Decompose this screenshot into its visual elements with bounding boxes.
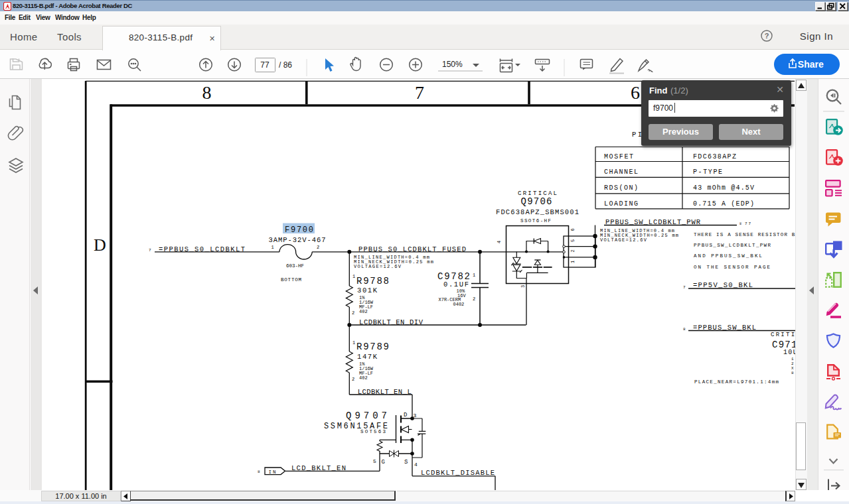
- svg-text:LCDBKLT_EN_DIV: LCDBKLT_EN_DIV: [359, 318, 424, 326]
- svg-text:4: 4: [414, 462, 418, 468]
- svg-text:6: 6: [631, 82, 640, 103]
- svg-text:LCDBKLT_DISABLE: LCDBKLT_DISABLE: [421, 469, 495, 477]
- svg-text:2: 2: [352, 310, 354, 316]
- svg-text:AND PPBUS_SW_BKL: AND PPBUS_SW_BKL: [694, 253, 762, 259]
- svg-text:1: 1: [570, 261, 576, 263]
- svg-text:8: 8: [739, 222, 741, 226]
- svg-text:2: 2: [317, 245, 319, 250]
- svg-text:PI: PI: [632, 131, 642, 139]
- svg-text:3: 3: [414, 412, 417, 418]
- svg-text:0.715 A (EDP): 0.715 A (EDP): [693, 200, 754, 208]
- svg-text:Q9706: Q9706: [521, 196, 552, 207]
- svg-text:3AMP-32V-467: 3AMP-32V-467: [269, 236, 326, 244]
- svg-text:CRITICAL: CRITICAL: [771, 332, 810, 338]
- svg-text:LOADING: LOADING: [604, 200, 638, 208]
- svg-text:1: 1: [791, 357, 794, 361]
- svg-text:402: 402: [359, 375, 368, 381]
- svg-text:THERE IS A SENSE RESISTOR BE: THERE IS A SENSE RESISTOR BE: [694, 232, 799, 237]
- svg-text:6: 6: [570, 228, 576, 231]
- svg-text:R9789: R9789: [356, 342, 389, 352]
- svg-text:7: 7: [415, 82, 424, 103]
- svg-text:1: 1: [352, 274, 355, 279]
- svg-text:SSOT6-HF: SSOT6-HF: [520, 218, 551, 223]
- svg-text:2: 2: [570, 249, 576, 252]
- svg-text:2: 2: [473, 296, 475, 302]
- svg-text:G: G: [382, 459, 385, 466]
- svg-text:PPBUS_SW_LCDBKLT_PWR: PPBUS_SW_LCDBKLT_PWR: [694, 243, 771, 248]
- svg-text:?: ?: [765, 32, 769, 40]
- svg-text:D: D: [94, 235, 106, 255]
- svg-text:8: 8: [258, 470, 260, 474]
- svg-text:0402: 0402: [453, 302, 465, 307]
- svg-text:8: 8: [683, 327, 686, 332]
- svg-text:77: 77: [260, 60, 270, 70]
- svg-text:147K: 147K: [357, 353, 378, 361]
- svg-text:=PPBUS_S0_LCDBKLT: =PPBUS_S0_LCDBKLT: [159, 245, 245, 253]
- svg-text:SOT563: SOT563: [360, 429, 386, 434]
- svg-text:LCDBKLT_EN_L: LCDBKLT_EN_L: [358, 388, 412, 396]
- svg-text:BOTTOM: BOTTOM: [281, 277, 301, 283]
- svg-text:43 mOhm @4.5V: 43 mOhm @4.5V: [693, 184, 754, 192]
- svg-text:1: 1: [473, 273, 475, 278]
- svg-text:PLACE_NEAR=L9701.1:4mm: PLACE_NEAR=L9701.1:4mm: [694, 379, 779, 385]
- svg-text:8: 8: [791, 371, 794, 375]
- svg-text:P-TYPE: P-TYPE: [693, 168, 722, 176]
- svg-text:PPBUS_S0_LCDBKLT_FUSED: PPBUS_S0_LCDBKLT_FUSED: [358, 245, 466, 253]
- svg-text:603-HF: 603-HF: [286, 263, 304, 269]
- svg-text:D: D: [404, 412, 407, 418]
- svg-text:IN: IN: [269, 470, 276, 475]
- svg-text:402: 402: [359, 309, 368, 314]
- svg-text:MOSFET: MOSFET: [604, 153, 633, 160]
- svg-text:7: 7: [683, 285, 686, 290]
- svg-text:F9700: F9700: [285, 225, 313, 235]
- svg-text:150%: 150%: [442, 60, 463, 69]
- svg-text:2: 2: [352, 377, 354, 382]
- svg-text:77: 77: [745, 221, 751, 226]
- svg-text:ON THE SENSOR PAGE: ON THE SENSOR PAGE: [694, 265, 770, 270]
- svg-text:7: 7: [149, 248, 151, 253]
- svg-text:VOLTAGE=12.6V: VOLTAGE=12.6V: [354, 264, 402, 269]
- svg-text:=PPBUS_SW_BKL: =PPBUS_SW_BKL: [693, 324, 756, 332]
- svg-text:VOLTAGE=12.6V: VOLTAGE=12.6V: [600, 237, 647, 243]
- svg-text:8: 8: [202, 82, 212, 103]
- svg-text:0.1UF: 0.1UF: [443, 281, 469, 288]
- svg-text:S: S: [404, 459, 408, 466]
- svg-text:5: 5: [373, 458, 376, 464]
- svg-text:R9788: R9788: [356, 276, 389, 286]
- svg-text:RDS(ON): RDS(ON): [604, 184, 638, 192]
- svg-text:1: 1: [271, 245, 274, 250]
- svg-text:3: 3: [520, 285, 526, 288]
- svg-text:=PP5V_S0_BKL: =PP5V_S0_BKL: [693, 281, 753, 289]
- svg-text:CHANNEL: CHANNEL: [604, 168, 638, 176]
- svg-text:Q9707: Q9707: [346, 410, 387, 421]
- svg-text:FDC638APZ: FDC638APZ: [693, 153, 736, 160]
- svg-text:2: 2: [791, 361, 794, 366]
- svg-text:10UF: 10UF: [783, 349, 802, 356]
- svg-text:FDC638APZ_SBMS001: FDC638APZ_SBMS001: [496, 208, 579, 216]
- svg-text:4: 4: [497, 241, 502, 243]
- svg-text:5: 5: [570, 239, 576, 242]
- svg-text:301K: 301K: [357, 286, 378, 294]
- svg-text:1: 1: [352, 340, 355, 346]
- svg-text:X: X: [791, 366, 794, 371]
- svg-text:LCD_BKLT_EN: LCD_BKLT_EN: [291, 464, 346, 472]
- svg-text:/ 86: / 86: [279, 60, 292, 70]
